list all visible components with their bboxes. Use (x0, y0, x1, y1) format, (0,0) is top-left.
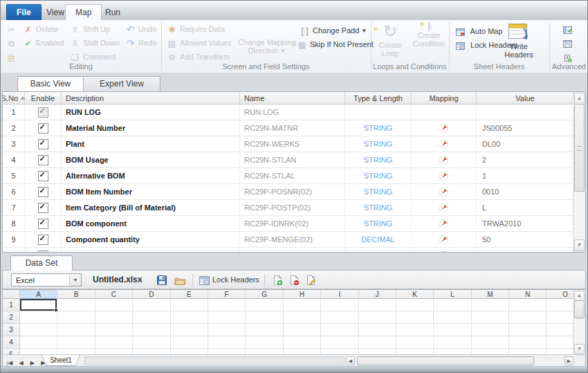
description-cell[interactable]: Plant (62, 136, 240, 152)
grid-cell[interactable] (208, 336, 246, 349)
mapping-cell[interactable] (412, 168, 477, 183)
grid-cell[interactable] (546, 299, 573, 311)
grid-cell[interactable] (509, 336, 546, 349)
grid-cell[interactable] (434, 311, 471, 324)
enable-checkbox[interactable] (38, 155, 48, 165)
redo-button[interactable]: ↷Redo (125, 37, 156, 48)
grid-cell[interactable] (20, 299, 57, 311)
column-header-description[interactable]: Description (62, 92, 240, 104)
mapping-cell[interactable] (412, 120, 477, 136)
grid-cell[interactable] (472, 336, 509, 349)
column-header-name[interactable]: Name (240, 92, 345, 104)
grid-column-header[interactable]: K (396, 290, 434, 299)
description-cell[interactable]: RUN LOG (62, 104, 240, 120)
enable-cell[interactable] (25, 152, 62, 167)
scroll-left-button[interactable]: ◀ (346, 356, 355, 365)
enable-checkbox[interactable] (38, 171, 48, 181)
allowed-values-button[interactable]: ▤Allowed Values (167, 37, 231, 48)
grid-cell[interactable] (546, 311, 573, 324)
description-cell[interactable]: BOM Item Number (62, 184, 240, 199)
grid-cell[interactable] (359, 299, 396, 311)
change-mapping-direction-button[interactable]: Change Mapping Direction ▼ (232, 38, 302, 55)
mapper-row[interactable]: 10Item Category (Bill of Material)RC29P-… (3, 248, 573, 252)
enabled-button[interactable]: ✔Enabled (23, 37, 64, 48)
grid-cell[interactable] (472, 311, 509, 324)
grid-cell[interactable] (57, 299, 95, 311)
auto-map-button[interactable]: Auto Map (455, 26, 503, 37)
column-header-type[interactable]: Type & Length (345, 92, 412, 104)
value-cell[interactable]: L (477, 200, 573, 215)
grid-cell[interactable] (359, 311, 396, 324)
grid-cell[interactable] (434, 336, 471, 349)
type-cell[interactable]: STRING (345, 136, 412, 152)
grid-cell[interactable] (472, 324, 509, 336)
tab-expert-view[interactable]: Expert View (83, 76, 160, 91)
grid-column-header[interactable]: D (133, 290, 170, 299)
grid-column-header[interactable]: H (284, 290, 321, 299)
scroll-thumb[interactable] (574, 300, 585, 318)
mapping-cell[interactable] (412, 216, 477, 231)
grid-cell[interactable] (95, 336, 133, 349)
grid-cell[interactable] (246, 324, 283, 336)
description-cell[interactable]: BOM component (62, 216, 240, 231)
grid-cell[interactable] (133, 336, 170, 349)
type-cell[interactable]: STRING (345, 248, 412, 252)
value-cell[interactable]: L (477, 248, 573, 252)
mapping-cell[interactable] (412, 152, 477, 167)
enable-cell[interactable] (25, 216, 62, 231)
require-data-button[interactable]: ✱Require Data (167, 24, 225, 35)
scroll-right-button[interactable]: ▶ (564, 356, 573, 365)
enable-cell[interactable] (25, 248, 62, 252)
horizontal-scroll-thumb[interactable] (357, 356, 534, 365)
grid-cell[interactable] (284, 336, 321, 349)
advanced-run-button[interactable] (562, 51, 576, 62)
horizontal-scroll-track[interactable] (84, 356, 344, 365)
format-select[interactable]: Excel▼ (11, 273, 82, 286)
enable-cell[interactable] (25, 104, 62, 120)
grid-cell[interactable] (246, 336, 283, 349)
enable-cell[interactable] (25, 120, 62, 136)
grid-cell[interactable] (246, 311, 283, 324)
description-cell[interactable]: Alternative BOM (62, 168, 240, 183)
grid-cell[interactable] (434, 324, 471, 336)
add-sheet-button[interactable] (273, 273, 283, 286)
grid-column-header[interactable]: L (434, 290, 471, 299)
grid-cell[interactable] (396, 324, 434, 336)
delete-sheet-button[interactable] (289, 273, 300, 286)
edit-sheet-button[interactable] (306, 273, 317, 286)
grid-cell[interactable] (171, 311, 208, 324)
grid-cell[interactable] (509, 311, 546, 324)
enable-cell[interactable] (25, 184, 62, 199)
value-cell[interactable]: JS00055 (477, 120, 573, 136)
type-cell[interactable]: STRING (345, 216, 412, 231)
write-headers-button[interactable]: Write Headers (500, 23, 538, 59)
type-cell[interactable]: STRING (345, 184, 412, 199)
mapper-row[interactable]: 9Component quantityRC29P-MENGE(02)DECIMA… (3, 232, 573, 248)
scroll-thumb[interactable] (574, 104, 585, 192)
grid-cell[interactable] (133, 299, 170, 311)
grid-column-header[interactable]: C (95, 290, 133, 299)
skip-if-not-present-button[interactable]: ▦Skip If Not Present (297, 39, 374, 50)
type-cell[interactable]: STRING (345, 200, 412, 215)
type-cell[interactable]: STRING (345, 120, 412, 136)
mapper-row[interactable]: 7Item Category (Bill of Material)RC29P-P… (3, 200, 573, 216)
grid-vertical-scrollbar[interactable]: ▲ ▼ (573, 290, 585, 355)
grid-cell[interactable] (321, 324, 358, 336)
grid-cell[interactable] (546, 324, 573, 336)
grid-cell[interactable] (171, 324, 208, 336)
scroll-up-button[interactable]: ▲ (574, 93, 585, 104)
grid-cell[interactable] (321, 299, 358, 311)
type-cell[interactable]: STRING (345, 152, 412, 167)
mapper-row[interactable]: 8BOM componentRC29P-IDNRK(02)STRINGTRWA2… (3, 216, 573, 232)
grid-cell[interactable] (171, 299, 208, 311)
grid-column-header[interactable]: N (509, 290, 546, 299)
shift-up-button[interactable]: ⇧Shift Up (70, 24, 110, 35)
grid-row-header[interactable]: 3 (3, 324, 20, 336)
sheet-tab[interactable]: Sheet1 (42, 355, 80, 366)
column-header-enable[interactable]: Enable (25, 92, 62, 104)
value-cell[interactable]: DL00 (477, 136, 573, 152)
mapper-row[interactable]: 4BOM UsageRC29N-STLANSTRING2 (3, 152, 573, 168)
grid-cell[interactable] (284, 311, 321, 324)
change-padd-button[interactable]: [ ]Change Padd ▼ (300, 25, 367, 36)
tab-data-set[interactable]: Data Set (10, 255, 73, 271)
